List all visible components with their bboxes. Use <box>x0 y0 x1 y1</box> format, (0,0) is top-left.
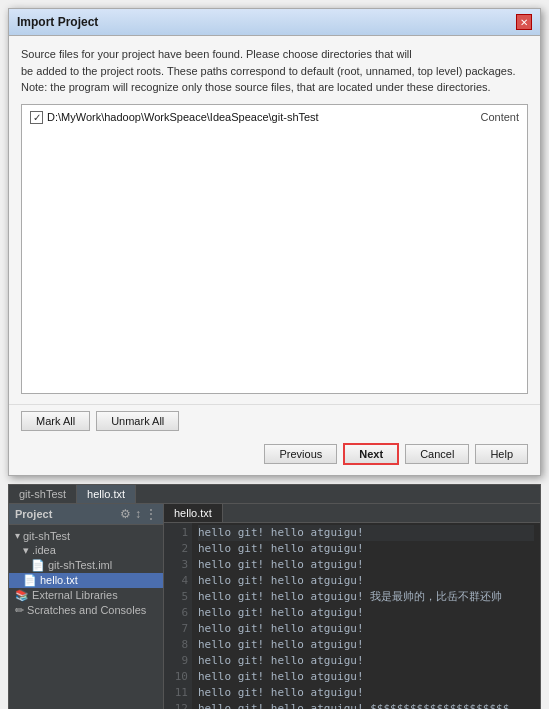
project-checkbox[interactable] <box>30 111 43 124</box>
project-path: D:\MyWork\hadoop\WorkSpeace\IdeaSpeace\g… <box>47 111 319 123</box>
dialog-titlebar: Import Project ✕ <box>9 9 540 36</box>
project-sidebar: Project ⚙ ↕ ⋮ ▾ git-shTest ▾ .idea <box>9 504 164 710</box>
dialog-body: Source files for your project have been … <box>9 36 540 404</box>
file-icon: 📄 <box>31 559 45 572</box>
extlibs-label: 📚 External Libraries <box>15 589 118 602</box>
code-content[interactable]: 1234567891011121314151617 hello git! hel… <box>164 523 540 710</box>
tree-item-idea[interactable]: ▾ .idea <box>9 543 163 558</box>
tree-item-label: git-shTest <box>23 530 70 542</box>
ide-main: Project ⚙ ↕ ⋮ ▾ git-shTest ▾ .idea <box>9 504 540 710</box>
folder-expand-icon2: ▾ <box>23 544 29 557</box>
code-lines: hello git! hello atguigu!hello git! hell… <box>192 523 540 710</box>
ide-panel: git-shTest hello.txt Project ⚙ ↕ ⋮ ▾ gi <box>8 484 541 710</box>
cancel-button[interactable]: Cancel <box>405 444 469 464</box>
content-label: Content <box>480 111 519 123</box>
unmark-all-button[interactable]: Unmark All <box>96 411 179 431</box>
code-editor: hello.txt 1234567891011121314151617 hell… <box>164 504 540 710</box>
tree-item-label2: .idea <box>32 544 56 556</box>
tree-item-label4: hello.txt <box>40 574 78 586</box>
line-numbers: 1234567891011121314151617 <box>164 523 192 710</box>
tree-item-iml[interactable]: 📄 git-shTest.iml <box>9 558 163 573</box>
close-button[interactable]: ✕ <box>516 14 532 30</box>
expand-icon[interactable]: ↕ <box>135 507 141 521</box>
sidebar-icons: ⚙ ↕ ⋮ <box>120 507 157 521</box>
previous-button[interactable]: Previous <box>264 444 337 464</box>
editor-tab-hello[interactable]: hello.txt <box>164 504 223 522</box>
ide-tab-git[interactable]: git-shTest <box>9 485 77 503</box>
editor-tabs: hello.txt <box>164 504 540 523</box>
settings-icon[interactable]: ⚙ <box>120 507 131 521</box>
dialog-bottom-buttons: Mark All Unmark All <box>9 404 540 437</box>
tree-item-hello[interactable]: 📄 hello.txt <box>9 573 163 588</box>
mark-all-button[interactable]: Mark All <box>21 411 90 431</box>
project-sidebar-title: Project <box>15 508 52 520</box>
tree-item-extlibs[interactable]: 📚 External Libraries <box>9 588 163 603</box>
dialog-description: Source files for your project have been … <box>21 46 528 96</box>
gear-icon[interactable]: ⋮ <box>145 507 157 521</box>
project-sidebar-header: Project ⚙ ↕ ⋮ <box>9 504 163 525</box>
folder-expand-icon: ▾ <box>15 530 20 541</box>
dialog-footer: Previous Next Cancel Help <box>9 437 540 475</box>
project-list-area: D:\MyWork\hadoop\WorkSpeace\IdeaSpeace\g… <box>21 104 528 394</box>
help-button[interactable]: Help <box>475 444 528 464</box>
next-button[interactable]: Next <box>343 443 399 465</box>
file-icon2: 📄 <box>23 574 37 587</box>
dialog-title: Import Project <box>17 15 98 29</box>
tree-item-root[interactable]: ▾ git-shTest <box>9 529 163 543</box>
scratches-label: ✏ Scratches and Consoles <box>15 604 146 617</box>
tree-item-label3: git-shTest.iml <box>48 559 112 571</box>
import-project-dialog: Import Project ✕ Source files for your p… <box>8 8 541 476</box>
project-tree: ▾ git-shTest ▾ .idea 📄 git-shTest.iml 📄 … <box>9 525 163 622</box>
ide-top-tabs: git-shTest hello.txt <box>9 485 540 504</box>
tree-item-scratches[interactable]: ✏ Scratches and Consoles <box>9 603 163 618</box>
ide-tab-hello[interactable]: hello.txt <box>77 485 136 503</box>
project-list-item[interactable]: D:\MyWork\hadoop\WorkSpeace\IdeaSpeace\g… <box>26 109 523 126</box>
